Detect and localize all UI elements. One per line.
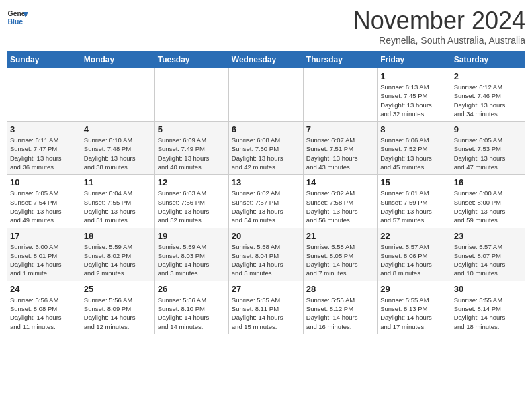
day-detail: Sunrise: 6:00 AMSunset: 8:01 PMDaylight:… [10, 242, 78, 278]
day-number: 9 [454, 124, 522, 134]
table-row [228, 68, 303, 122]
calendar-week-row: 3Sunrise: 6:11 AMSunset: 7:47 PMDaylight… [7, 122, 525, 175]
day-detail: Sunrise: 6:02 AMSunset: 7:57 PMDaylight:… [232, 189, 300, 224]
table-row: 11Sunrise: 6:04 AMSunset: 7:55 PMDayligh… [81, 175, 154, 228]
day-detail: Sunrise: 5:56 AMSunset: 8:09 PMDaylight:… [84, 295, 152, 331]
table-row: 30Sunrise: 5:55 AMSunset: 8:14 PMDayligh… [451, 281, 525, 334]
calendar-week-row: 10Sunrise: 6:05 AMSunset: 7:54 PMDayligh… [7, 175, 525, 228]
table-row: 13Sunrise: 6:02 AMSunset: 7:57 PMDayligh… [228, 175, 303, 228]
calendar-week-row: 24Sunrise: 5:56 AMSunset: 8:08 PMDayligh… [7, 281, 525, 334]
table-row: 22Sunrise: 5:57 AMSunset: 8:06 PMDayligh… [378, 228, 451, 281]
day-detail: Sunrise: 5:55 AMSunset: 8:14 PMDaylight:… [454, 295, 522, 331]
table-row [303, 68, 377, 122]
day-number: 18 [84, 231, 152, 241]
day-number: 26 [158, 284, 226, 294]
day-number: 22 [380, 231, 447, 241]
logo-icon: General Blue [7, 7, 28, 28]
day-number: 27 [232, 284, 300, 294]
page-header: General Blue November 2024 Reynella, Sou… [7, 7, 525, 46]
table-row: 18Sunrise: 5:59 AMSunset: 8:02 PMDayligh… [81, 228, 154, 281]
day-number: 19 [158, 231, 226, 241]
table-row: 17Sunrise: 6:00 AMSunset: 8:01 PMDayligh… [7, 228, 81, 281]
col-monday: Monday [81, 52, 154, 68]
table-row: 1Sunrise: 6:13 AMSunset: 7:45 PMDaylight… [378, 68, 451, 122]
table-row: 2Sunrise: 6:12 AMSunset: 7:46 PMDaylight… [451, 68, 525, 122]
calendar-table: Sunday Monday Tuesday Wednesday Thursday… [7, 51, 525, 334]
day-detail: Sunrise: 6:08 AMSunset: 7:50 PMDaylight:… [232, 136, 300, 171]
day-number: 1 [380, 71, 447, 81]
day-number: 5 [158, 124, 226, 134]
table-row: 16Sunrise: 6:00 AMSunset: 8:00 PMDayligh… [451, 175, 525, 228]
day-number: 6 [232, 124, 300, 134]
table-row: 14Sunrise: 6:02 AMSunset: 7:58 PMDayligh… [303, 175, 377, 228]
day-number: 30 [454, 284, 522, 294]
table-row: 12Sunrise: 6:03 AMSunset: 7:56 PMDayligh… [154, 175, 228, 228]
table-row: 5Sunrise: 6:09 AMSunset: 7:49 PMDaylight… [154, 122, 228, 175]
day-detail: Sunrise: 5:55 AMSunset: 8:13 PMDaylight:… [380, 295, 447, 331]
day-detail: Sunrise: 5:59 AMSunset: 8:03 PMDaylight:… [158, 242, 226, 278]
table-row: 29Sunrise: 5:55 AMSunset: 8:13 PMDayligh… [378, 281, 451, 334]
day-number: 4 [84, 124, 152, 134]
day-number: 12 [158, 177, 226, 187]
table-row [7, 68, 81, 122]
day-detail: Sunrise: 6:04 AMSunset: 7:55 PMDaylight:… [84, 189, 152, 224]
col-sunday: Sunday [7, 52, 81, 68]
day-detail: Sunrise: 5:58 AMSunset: 8:05 PMDaylight:… [306, 242, 374, 278]
col-wednesday: Wednesday [228, 52, 303, 68]
day-detail: Sunrise: 5:56 AMSunset: 8:10 PMDaylight:… [158, 295, 226, 331]
table-row: 6Sunrise: 6:08 AMSunset: 7:50 PMDaylight… [228, 122, 303, 175]
day-number: 14 [306, 177, 374, 187]
day-detail: Sunrise: 6:13 AMSunset: 7:45 PMDaylight:… [380, 83, 447, 118]
table-row: 20Sunrise: 5:58 AMSunset: 8:04 PMDayligh… [228, 228, 303, 281]
table-row: 10Sunrise: 6:05 AMSunset: 7:54 PMDayligh… [7, 175, 81, 228]
day-detail: Sunrise: 6:05 AMSunset: 7:54 PMDaylight:… [10, 189, 78, 224]
day-detail: Sunrise: 6:12 AMSunset: 7:46 PMDaylight:… [454, 83, 522, 118]
day-number: 21 [306, 231, 374, 241]
table-row: 4Sunrise: 6:10 AMSunset: 7:48 PMDaylight… [81, 122, 154, 175]
day-number: 20 [232, 231, 300, 241]
day-number: 28 [306, 284, 374, 294]
day-number: 23 [454, 231, 522, 241]
table-row: 25Sunrise: 5:56 AMSunset: 8:09 PMDayligh… [81, 281, 154, 334]
location: Reynella, South Australia, Australia [353, 35, 525, 46]
day-number: 3 [10, 124, 78, 134]
table-row: 24Sunrise: 5:56 AMSunset: 8:08 PMDayligh… [7, 281, 81, 334]
day-detail: Sunrise: 6:03 AMSunset: 7:56 PMDaylight:… [158, 189, 226, 224]
table-row: 15Sunrise: 6:01 AMSunset: 7:59 PMDayligh… [378, 175, 451, 228]
table-row: 26Sunrise: 5:56 AMSunset: 8:10 PMDayligh… [154, 281, 228, 334]
col-tuesday: Tuesday [154, 52, 228, 68]
day-number: 24 [10, 284, 78, 294]
calendar-header-row: Sunday Monday Tuesday Wednesday Thursday… [7, 52, 525, 68]
table-row: 19Sunrise: 5:59 AMSunset: 8:03 PMDayligh… [154, 228, 228, 281]
col-saturday: Saturday [451, 52, 525, 68]
day-detail: Sunrise: 6:10 AMSunset: 7:48 PMDaylight:… [84, 136, 152, 171]
title-block: November 2024 Reynella, South Australia,… [353, 7, 525, 46]
day-detail: Sunrise: 5:57 AMSunset: 8:07 PMDaylight:… [454, 242, 522, 278]
logo: General Blue [7, 7, 28, 28]
table-row: 23Sunrise: 5:57 AMSunset: 8:07 PMDayligh… [451, 228, 525, 281]
day-number: 10 [10, 177, 78, 187]
day-detail: Sunrise: 6:07 AMSunset: 7:51 PMDaylight:… [306, 136, 374, 171]
day-number: 16 [454, 177, 522, 187]
day-detail: Sunrise: 6:00 AMSunset: 8:00 PMDaylight:… [454, 189, 522, 224]
day-detail: Sunrise: 6:06 AMSunset: 7:52 PMDaylight:… [380, 136, 447, 171]
day-number: 8 [380, 124, 447, 134]
day-number: 7 [306, 124, 374, 134]
table-row: 7Sunrise: 6:07 AMSunset: 7:51 PMDaylight… [303, 122, 377, 175]
day-number: 2 [454, 71, 522, 81]
day-number: 15 [380, 177, 447, 187]
month-title: November 2024 [353, 7, 525, 35]
calendar-week-row: 1Sunrise: 6:13 AMSunset: 7:45 PMDaylight… [7, 68, 525, 122]
day-number: 11 [84, 177, 152, 187]
table-row: 21Sunrise: 5:58 AMSunset: 8:05 PMDayligh… [303, 228, 377, 281]
col-thursday: Thursday [303, 52, 377, 68]
day-number: 13 [232, 177, 300, 187]
table-row [154, 68, 228, 122]
table-row: 28Sunrise: 5:55 AMSunset: 8:12 PMDayligh… [303, 281, 377, 334]
day-detail: Sunrise: 5:57 AMSunset: 8:06 PMDaylight:… [380, 242, 447, 278]
calendar-week-row: 17Sunrise: 6:00 AMSunset: 8:01 PMDayligh… [7, 228, 525, 281]
day-detail: Sunrise: 6:02 AMSunset: 7:58 PMDaylight:… [306, 189, 374, 224]
day-detail: Sunrise: 5:58 AMSunset: 8:04 PMDaylight:… [232, 242, 300, 278]
day-number: 17 [10, 231, 78, 241]
col-friday: Friday [378, 52, 451, 68]
